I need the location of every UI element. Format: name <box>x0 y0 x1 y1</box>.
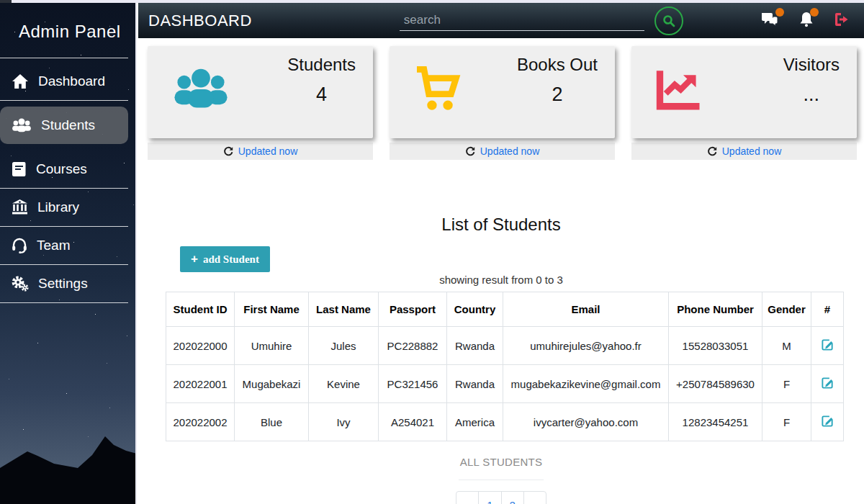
cell-country: Rwanda <box>447 327 503 365</box>
plus-icon: + <box>191 252 198 266</box>
refresh-icon <box>465 146 476 157</box>
add-student-label: add Student <box>203 253 259 266</box>
col-header: Last Name <box>309 292 379 327</box>
sidebar-item-label: Team <box>37 238 70 253</box>
all-students-label: ALL STUDENTS <box>138 456 864 468</box>
card-visitors: Visitors ... Updated now <box>631 46 857 160</box>
main-content: DASHBOARD <box>138 3 864 504</box>
pagination-next[interactable]: » <box>523 491 546 504</box>
cell-phone: 12823454251 <box>669 403 762 441</box>
card-label: Visitors <box>783 55 840 75</box>
card-books-out: Books Out 2 Updated now <box>390 46 615 160</box>
sidebar-item-label: Dashboard <box>38 73 105 89</box>
messages-button[interactable] <box>760 12 779 30</box>
cart-icon <box>414 66 466 112</box>
card-updated-label: Updated now <box>238 145 298 157</box>
pagination-prev[interactable]: « <box>456 491 479 504</box>
col-header: Passport <box>379 292 447 327</box>
card-value: 4 <box>287 84 356 106</box>
logout-button[interactable] <box>834 12 851 30</box>
card-value: ... <box>783 84 840 106</box>
cell-country: America <box>447 403 503 441</box>
sidebar-item-label: Students <box>41 117 95 133</box>
cell-country: Rwanda <box>447 365 503 403</box>
table-row: 202022002 Blue Ivy A254021 America ivyca… <box>166 403 844 441</box>
notifications-button[interactable] <box>799 12 814 30</box>
edit-row-button[interactable] <box>821 376 834 392</box>
card-updated-link[interactable]: Updated now <box>390 143 615 160</box>
card-updated-link[interactable]: Updated now <box>631 143 857 160</box>
pagination-page-2[interactable]: 2 <box>501 491 524 504</box>
users-icon <box>12 117 32 133</box>
card-body: Books Out 2 <box>390 46 615 138</box>
cell-gender: M <box>762 327 811 365</box>
sidebar-item-courses[interactable]: Courses <box>0 150 128 188</box>
col-header: # <box>811 292 844 327</box>
notification-badge <box>810 8 819 17</box>
pagination-page-1[interactable]: 1 <box>478 491 501 504</box>
cell-student-id: 202022000 <box>166 327 235 365</box>
users-icon <box>172 66 230 111</box>
headset-icon <box>12 238 27 253</box>
cell-student-id: 202022002 <box>166 403 235 441</box>
sidebar-item-team[interactable]: Team <box>0 227 128 264</box>
refresh-icon <box>707 146 718 157</box>
cell-passport: PC321456 <box>379 365 447 403</box>
notification-badge <box>775 8 784 17</box>
sidebar-item-label: Courses <box>36 161 87 177</box>
gears-icon <box>12 276 29 292</box>
edit-icon <box>821 414 834 428</box>
edit-row-button[interactable] <box>821 338 834 354</box>
edit-icon <box>821 376 834 390</box>
cell-gender: F <box>762 403 811 441</box>
stat-cards-row: Students 4 Updated now B <box>138 38 864 160</box>
search-button[interactable] <box>654 6 683 35</box>
sidebar-item-label: Library <box>37 199 79 215</box>
divider <box>459 480 544 480</box>
table-row: 202022001 Mugabekazi Kevine PC321456 Rwa… <box>166 365 844 403</box>
cell-phone: 15528033051 <box>669 327 762 365</box>
col-header: Country <box>447 292 503 327</box>
cell-last-name: Kevine <box>309 365 379 403</box>
table-header-row: Student ID First Name Last Name Passport… <box>166 292 844 327</box>
card-body: Students 4 <box>148 46 373 138</box>
search-input[interactable] <box>400 10 644 31</box>
card-updated-link[interactable]: Updated now <box>148 143 373 160</box>
add-student-button[interactable]: + add Student <box>180 246 270 272</box>
cell-first-name: Umuhire <box>235 327 309 365</box>
card-students: Students 4 Updated now <box>148 46 373 160</box>
sidebar-item-students[interactable]: Students <box>0 107 128 144</box>
sidebar-item-settings[interactable]: Settings <box>0 265 128 302</box>
top-header: DASHBOARD <box>138 3 864 38</box>
home-icon <box>12 73 29 89</box>
edit-icon <box>821 338 834 351</box>
sidebar-item-dashboard[interactable]: Dashboard <box>0 63 128 100</box>
card-label: Students <box>287 55 356 75</box>
sidebar: Admin Panel Dashboard Students <box>0 3 137 504</box>
cell-email: ivycarter@yahoo.com <box>503 403 669 441</box>
refresh-icon <box>223 146 234 157</box>
col-header: Gender <box>762 292 811 327</box>
card-body: Visitors ... <box>631 46 857 138</box>
app-title: Admin Panel <box>0 3 135 58</box>
col-header: Email <box>503 292 669 327</box>
showing-result-text: showing result from 0 to 3 <box>138 274 864 286</box>
cell-last-name: Jules <box>309 327 379 365</box>
cell-last-name: Ivy <box>309 403 379 441</box>
page-title: DASHBOARD <box>148 12 252 30</box>
card-updated-label: Updated now <box>722 145 782 157</box>
card-updated-label: Updated now <box>480 145 540 157</box>
cell-first-name: Blue <box>235 403 309 441</box>
cell-email: mugabekazikevine@gmail.com <box>503 365 669 403</box>
divider <box>0 58 128 58</box>
edit-row-button[interactable] <box>821 414 834 430</box>
sign-out-icon <box>834 12 851 27</box>
students-table: Student ID First Name Last Name Passport… <box>166 292 844 441</box>
pagination: « 1 2 » <box>138 491 864 504</box>
cell-passport: A254021 <box>379 403 447 441</box>
mountains-decoration <box>0 410 137 504</box>
cell-email: umuhirejules@yahoo.fr <box>503 327 669 365</box>
divider <box>0 302 128 303</box>
table-row: 202022000 Umuhire Jules PC228882 Rwanda … <box>166 327 844 365</box>
sidebar-item-library[interactable]: Library <box>0 189 128 226</box>
